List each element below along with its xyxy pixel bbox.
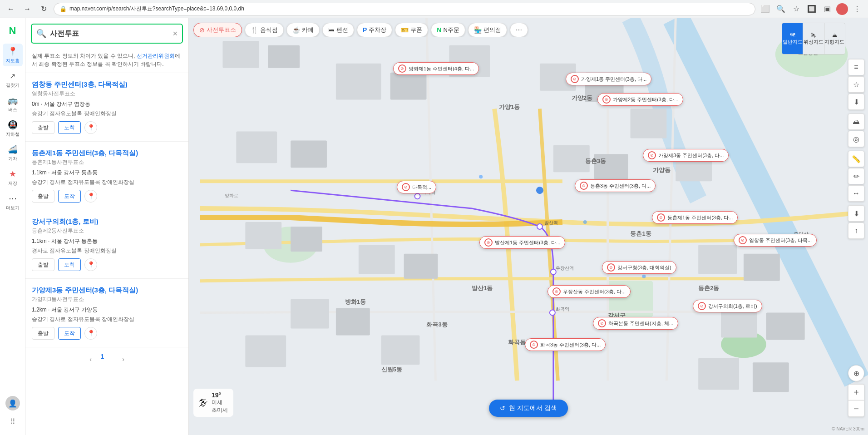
depart-button[interactable]: 출발 [32,190,54,203]
map-pin[interactable]: ⊘ 발산제1동 주민센터(3층, 다... [479,236,565,249]
sidebar-item-train[interactable]: 🚄 기차 [3,142,23,164]
filter-cafe[interactable]: ☕ 카페 [286,23,320,37]
map-edit-button[interactable]: ✏ [848,168,864,184]
sidebar-item-subway[interactable]: 🚇 지하철 [3,117,23,140]
location-button[interactable]: 📍 [84,258,97,271]
map-pin[interactable]: ⊘ 등촌3동 주민센터(3층, 다... [575,179,656,192]
map-detail-button[interactable]: ≡ [848,59,864,75]
filter-coupon[interactable]: 🎫 쿠폰 [395,23,428,37]
minimap-regular-button[interactable]: 🗺 일반지도 [782,23,803,54]
zoom-out-button[interactable]: − [848,400,864,417]
naver-logo[interactable]: N [5,23,21,39]
map-save-button[interactable]: ⬇ [848,94,864,110]
sidebar-item-more[interactable]: ⋯ 더보기 [3,191,23,213]
map-home-icon: 📍 [7,46,18,57]
svg-point-32 [415,193,420,199]
back-button[interactable]: ← [5,3,17,15]
filter-njumun[interactable]: N N주문 [431,23,465,37]
profile-button[interactable] [836,3,848,15]
arrive-button[interactable]: 도착 [58,258,81,271]
result-item[interactable]: 등촌제1동 주민센터(3층, 다목적실) 등촌제1동사전투표소 1.1km · … [25,142,188,210]
convenience-icon: 🏪 [474,26,482,34]
location-button[interactable]: 📍 [84,327,97,340]
map-pin[interactable]: ⊘ 강서구청(3층, 대회의실) [602,261,676,274]
map-pin[interactable]: ⊘ 우장산동 주민센터(3층, 다... [547,285,631,298]
weather-condition: 미세 [212,399,228,406]
map-container[interactable]: 마곡역 발산역 우장산역 화곡역 가양1동 가양2동 등촌3동 가양동 등촌1동… [189,18,868,435]
location-button[interactable]: 📍 [84,190,97,203]
filter-parking[interactable]: P 주차장 [357,23,392,37]
map-bookmark-button[interactable]: ☆ [848,76,864,93]
map-download-button[interactable]: ⬇ [848,205,864,222]
map-pin[interactable]: ⊘ 등촌제1동 주민센터(3층, 다... [652,211,738,224]
extensions-button[interactable]: 🔲 [805,3,818,15]
bookmark-button[interactable]: ☆ [790,3,803,15]
sidebar-button[interactable]: ▣ [821,3,833,15]
map-terrain-button[interactable]: ⛰ [848,114,864,130]
pin-label: 등촌3동 주민센터(3층, 다... [590,183,651,189]
zoom-button[interactable]: 🔍 [774,3,787,15]
map-pin[interactable]: ⊘ 다목적... [397,181,436,193]
filter-convenience[interactable]: 🏪 편의점 [468,23,507,37]
map-background: 마곡역 발산역 우장산역 화곡역 가양1동 가양2동 등촌3동 가양동 등촌1동… [189,18,868,435]
screen-cast-button[interactable]: ⬜ [759,3,772,15]
depart-button[interactable]: 출발 [32,327,54,340]
menu-button[interactable]: ⋮ [851,3,863,15]
pin-icon: ⊘ [530,341,538,349]
depart-button[interactable]: 출발 [32,258,54,271]
svg-text:가양2동: 가양2동 [572,94,592,101]
arrive-button[interactable]: 도착 [58,327,81,340]
refresh-button[interactable]: ↻ [37,3,50,15]
depart-button[interactable]: 출발 [32,121,54,134]
zoom-in-button[interactable]: + [848,384,864,400]
filter-voting[interactable]: ⊘ 사전투표소 [193,23,242,37]
svg-rect-13 [291,227,322,252]
filter-food[interactable]: 🍴 음식점 [245,23,284,37]
map-pin[interactable]: ⊘ 강서구의회(1층, 로비) [693,300,762,312]
election-commission-link[interactable]: 선거관리위원회 [137,53,175,59]
filter-pension[interactable]: 🛏 펜션 [322,23,354,37]
pin-label: 등촌제1동 주민센터(3층, 다... [667,214,733,221]
map-pin[interactable]: ⊘ 화곡3동 주민센터(3층, 다... [525,338,606,351]
svg-rect-12 [245,222,281,249]
sidebar-item-bus[interactable]: 🚌 버스 [3,93,23,115]
subway-icon: 🚇 [7,119,18,130]
arrive-button[interactable]: 도착 [58,190,81,203]
result-item[interactable]: 염창동 주민센터(3층, 다목적실) 염창동사전투표소 0m · 서울 강서구 … [25,73,188,142]
search-clear-button[interactable]: × [173,29,178,39]
map-pin[interactable]: ⊘ 가양제1동 주민센터(3층, 다... [566,73,651,85]
sidebar-item-map-home[interactable]: 📍 지도홈 [3,44,23,66]
compass-button[interactable]: ⊕ [848,365,864,381]
arrive-button[interactable]: 도착 [58,121,81,134]
search-current-map-button[interactable]: ↺ 현 지도에서 검색 [489,400,568,417]
minimap-satellite-button[interactable]: 🛰 위성지도 [803,23,824,54]
user-profile-button[interactable]: 👤 [5,396,20,410]
prev-page-button[interactable]: ‹ [84,353,97,366]
result-actions: 출발 도착 📍 [32,190,182,203]
url-bar[interactable]: 🔒 map.naver.com/p/search/사전투표?searchType… [54,3,755,15]
sidebar-item-saved[interactable]: ★ 저장 [3,166,23,189]
forward-button[interactable]: → [21,3,34,15]
map-pin[interactable]: ⊘ 방화제1동 주민센터(4층, 다... [393,62,479,75]
map-pin[interactable]: ⊘ 가양제2동 주민센터(3층, 다... [597,93,683,106]
search-input[interactable] [50,30,169,38]
naver-copyright: © NAVER 300m [832,426,864,431]
minimap-terrain-button[interactable]: ⛰ 지형지도 [824,23,845,54]
result-item[interactable]: 강서구의회(1층, 로비) 등촌제2동사전투표소 1.1km · 서울 강서구 … [25,210,188,279]
map-measure-button[interactable]: 📏 [848,151,864,167]
sidebar-item-find-way[interactable]: ↗ 길찾기 [3,68,23,91]
weather-temperature: 19° [212,391,228,399]
map-distance-button[interactable]: ↔ [848,185,864,202]
map-pin[interactable]: ⊘ 화곡본동 주민센터(지층, 체... [593,317,678,330]
result-item[interactable]: 가양제3동 주민센터(3층, 다목적실) 가양제3동사전투표소 1.2km · … [25,279,188,347]
map-pin[interactable]: ⊘ 가양제3동 주민센터(3층, 다... [643,149,729,162]
map-share-button[interactable]: ↑ [848,222,864,239]
grid-menu-button[interactable]: ⠿ [5,414,20,429]
map-location-button[interactable]: ◎ [848,131,864,147]
location-button[interactable]: 📍 [84,121,97,134]
filter-more[interactable]: ⋯ [510,23,528,37]
pin-icon: ⊘ [402,183,410,191]
njumun-icon: N [437,26,441,34]
next-page-button[interactable]: › [117,353,130,366]
map-pin[interactable]: ⊘ 염창동 주민센터(3층, 다목... [734,234,817,247]
